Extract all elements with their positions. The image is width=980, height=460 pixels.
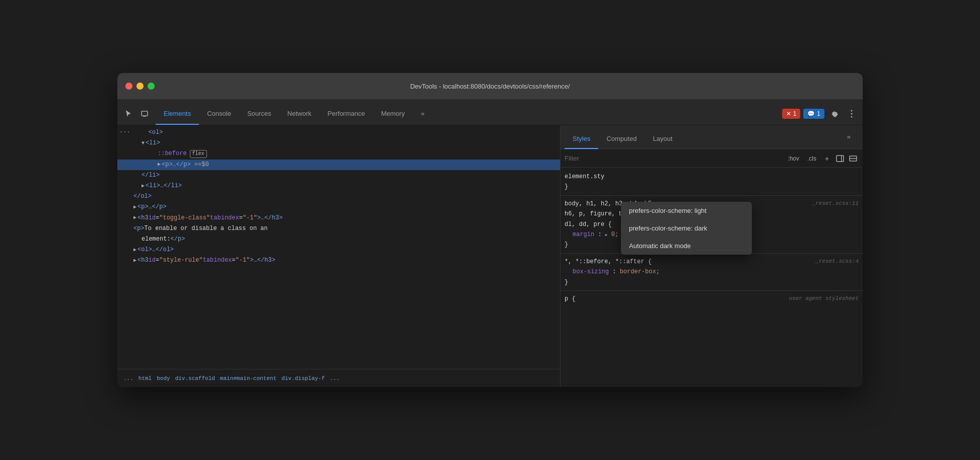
- expand-arrow[interactable]: ▶: [142, 182, 145, 190]
- breadcrumb-div-display[interactable]: div.display-f: [279, 374, 327, 382]
- dom-dots: ···: [117, 128, 132, 137]
- dom-line: <p> To enable or disable a class on an: [117, 223, 560, 234]
- dom-line: ::before flex: [117, 148, 560, 159]
- main-content: ··· <ol> ▼ <li> ::before flex: [117, 125, 863, 387]
- dom-line: element: </p>: [117, 234, 560, 245]
- dom-line: ▼ <li>: [117, 138, 560, 148]
- breadcrumb-div-scaffold[interactable]: div.scaffold: [173, 374, 217, 382]
- color-scheme-dropdown[interactable]: prefers-color-scheme: light prefers-colo…: [621, 202, 752, 255]
- toggle-device-button[interactable]: [848, 153, 859, 164]
- error-icon: ✕: [786, 110, 791, 117]
- breadcrumb-body[interactable]: body: [155, 374, 172, 382]
- tab-sources[interactable]: Sources: [239, 103, 279, 125]
- tab-more[interactable]: »: [413, 103, 433, 125]
- breadcrumb-dots[interactable]: ...: [121, 374, 135, 382]
- svg-rect-6: [836, 156, 844, 162]
- svg-point-5: [851, 116, 853, 118]
- info-badge[interactable]: 💬 1: [803, 109, 824, 119]
- dom-tree[interactable]: ··· <ol> ▼ <li> ::before flex: [117, 125, 560, 369]
- dom-line: ▶ <h3 id="style-rule" tabindex="-1" > … …: [117, 255, 560, 266]
- subtabs: Styles Computed Layout »: [561, 125, 863, 149]
- breadcrumb-end-dots[interactable]: ...: [328, 374, 342, 382]
- expand-arrow[interactable]: ▶: [133, 246, 136, 254]
- tabbar: Elements Console Sources Network Perform…: [117, 99, 863, 125]
- error-badge[interactable]: ✕ 1: [782, 109, 801, 119]
- tabbar-actions: ✕ 1 💬 1: [782, 107, 859, 125]
- subtab-layout[interactable]: Layout: [645, 129, 680, 149]
- add-style-button[interactable]: +: [821, 153, 832, 164]
- expand-arrow[interactable]: ▶: [133, 214, 136, 222]
- settings-button[interactable]: [827, 107, 842, 121]
- svg-point-4: [851, 113, 853, 115]
- cursor-icon[interactable]: [121, 107, 135, 121]
- hov-button[interactable]: :hov: [785, 154, 802, 163]
- flex-badge[interactable]: flex: [190, 150, 207, 158]
- minimize-button[interactable]: [136, 83, 144, 90]
- style-rule: element.sty }: [561, 170, 863, 194]
- tab-elements[interactable]: Elements: [156, 103, 199, 125]
- subtab-more[interactable]: »: [839, 129, 859, 149]
- main-tabs: Elements Console Sources Network Perform…: [156, 103, 782, 125]
- window-title: DevTools - localhost:8080/docs/devtools/…: [410, 83, 570, 90]
- filter-input[interactable]: [565, 155, 781, 162]
- tabbar-tools: [121, 107, 152, 125]
- error-count: 1: [793, 110, 797, 117]
- expand-arrow[interactable]: ▶: [158, 161, 161, 169]
- info-icon: 💬: [807, 110, 815, 117]
- tab-network[interactable]: Network: [279, 103, 320, 125]
- maximize-button[interactable]: [148, 83, 155, 90]
- expand-arrow[interactable]: ▼: [142, 139, 145, 147]
- expand-arrow[interactable]: ▶: [133, 203, 136, 211]
- filter-buttons: :hov .cls +: [785, 153, 859, 164]
- tab-console[interactable]: Console: [199, 103, 239, 125]
- device-icon[interactable]: [137, 107, 152, 121]
- expand-arrow[interactable]: ▶: [133, 257, 136, 265]
- dropdown-item-light[interactable]: prefers-color-scheme: light: [621, 202, 752, 219]
- devtools-window: DevTools - localhost:8080/docs/devtools/…: [117, 73, 863, 387]
- dom-line: </li>: [117, 170, 560, 181]
- cls-button[interactable]: .cls: [804, 154, 819, 163]
- titlebar: DevTools - localhost:8080/docs/devtools/…: [117, 73, 863, 99]
- dropdown-item-auto[interactable]: Automatic dark mode: [621, 237, 752, 255]
- svg-point-3: [851, 110, 853, 112]
- dom-line: ▶ <ol> … </ol>: [117, 245, 560, 255]
- dropdown-item-dark[interactable]: prefers-color-scheme: dark: [621, 219, 752, 237]
- dom-line-selected[interactable]: ▶ <p> … </p> == $0: [117, 160, 560, 170]
- tab-performance[interactable]: Performance: [319, 103, 373, 125]
- dom-line: ▶ <p> … </p>: [117, 202, 560, 212]
- styles-panel: Styles Computed Layout » :hov: [561, 125, 863, 387]
- tab-memory[interactable]: Memory: [373, 103, 413, 125]
- subtab-computed[interactable]: Computed: [598, 129, 645, 149]
- ellipsis-button[interactable]: [845, 107, 859, 121]
- style-rule: *, *::before, *::after { _reset.scss:4 b…: [561, 255, 863, 289]
- dom-panel: ··· <ol> ▼ <li> ::before flex: [117, 125, 561, 387]
- dom-line: ··· <ol>: [117, 127, 560, 138]
- filter-bar: :hov .cls +: [561, 149, 863, 168]
- breadcrumb: ... html body div.scaffold main#main-con…: [117, 369, 560, 387]
- style-rule: p { user agent stylesheet: [561, 292, 863, 306]
- svg-rect-0: [142, 111, 148, 116]
- toggle-sidebar-button[interactable]: [834, 153, 846, 164]
- dom-line: </ol>: [117, 191, 560, 202]
- styles-content[interactable]: element.sty } body, h1, h2, h3, h4, h5, …: [561, 168, 863, 387]
- subtab-styles[interactable]: Styles: [565, 129, 598, 149]
- breadcrumb-main[interactable]: main#main-content: [218, 374, 278, 382]
- traffic-lights: [125, 83, 155, 90]
- dom-line: ▶ <li> … </li>: [117, 181, 560, 191]
- close-button[interactable]: [125, 83, 132, 90]
- dom-line: ▶ <h3 id="toggle-class" tabindex="-1" > …: [117, 213, 560, 223]
- breadcrumb-html[interactable]: html: [136, 374, 154, 382]
- info-count: 1: [817, 110, 820, 117]
